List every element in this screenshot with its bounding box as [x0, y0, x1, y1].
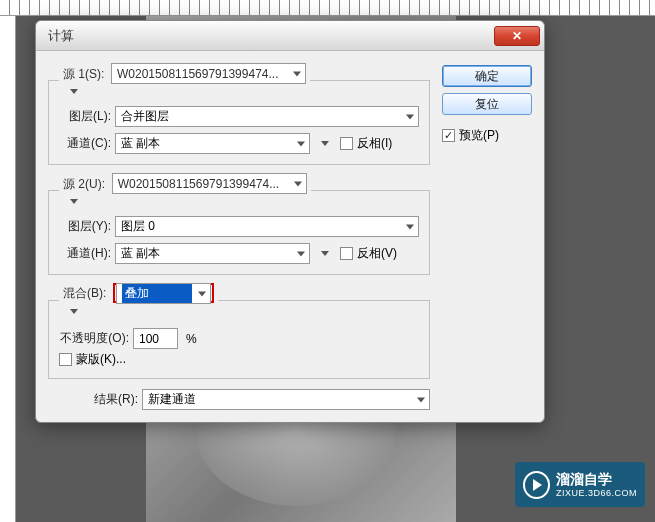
opacity-input[interactable] — [133, 328, 178, 349]
checkbox-icon — [340, 247, 353, 260]
percent-label: % — [186, 332, 197, 346]
blend-group: 混合(B): 叠加 不透明度(O): % 蒙版 — [48, 283, 430, 379]
chevron-down-icon[interactable] — [318, 137, 332, 151]
source1-dropdown[interactable]: W020150811569791399474... — [111, 63, 306, 84]
source1-layer-dropdown[interactable]: 合并图层 — [115, 106, 419, 127]
blend-highlight: 叠加 — [113, 283, 214, 303]
titlebar[interactable]: 计算 ✕ — [36, 21, 544, 51]
source1-group: 源 1(S): W020150811569791399474... 图层(L):… — [48, 63, 430, 165]
source1-channel-label: 通道(C): — [59, 135, 111, 152]
close-button[interactable]: ✕ — [494, 26, 540, 46]
source2-invert-checkbox[interactable]: 反相(V) — [340, 245, 397, 262]
chevron-down-icon[interactable] — [318, 247, 332, 261]
source1-invert-checkbox[interactable]: 反相(I) — [340, 135, 392, 152]
calculations-dialog: 计算 ✕ 源 1(S): W020150811569791399474... 图… — [35, 20, 545, 423]
watermark: 溜溜自学 ZIXUE.3D66.COM — [515, 462, 645, 507]
source2-legend: 源 2(U): W020150811569791399474... — [59, 173, 311, 208]
source1-layer-label: 图层(L): — [59, 108, 111, 125]
reset-button[interactable]: 复位 — [442, 93, 532, 115]
blend-dropdown[interactable]: 叠加 — [116, 283, 211, 304]
watermark-text: 溜溜自学 ZIXUE.3D66.COM — [556, 471, 637, 499]
result-dropdown[interactable]: 新建通道 — [142, 389, 430, 410]
result-label: 结果(R): — [58, 391, 138, 408]
play-icon — [523, 471, 550, 499]
source2-dropdown[interactable]: W020150811569791399474... — [112, 173, 307, 194]
chevron-down-icon[interactable] — [67, 304, 81, 318]
blend-legend: 混合(B): 叠加 — [59, 283, 218, 318]
source1-legend: 源 1(S): W020150811569791399474... — [59, 63, 310, 98]
ruler-horizontal — [0, 0, 655, 16]
dialog-title: 计算 — [48, 27, 74, 45]
checkbox-icon — [442, 129, 455, 142]
opacity-label: 不透明度(O): — [59, 330, 129, 347]
checkbox-icon — [340, 137, 353, 150]
close-icon: ✕ — [512, 29, 522, 43]
source1-channel-dropdown[interactable]: 蓝 副本 — [115, 133, 310, 154]
source2-group: 源 2(U): W020150811569791399474... 图层(Y):… — [48, 173, 430, 275]
chevron-down-icon[interactable] — [67, 84, 81, 98]
preview-checkbox[interactable]: 预览(P) — [442, 127, 532, 144]
source2-layer-dropdown[interactable]: 图层 0 — [115, 216, 419, 237]
source2-channel-dropdown[interactable]: 蓝 副本 — [115, 243, 310, 264]
chevron-down-icon[interactable] — [67, 194, 81, 208]
ok-button[interactable]: 确定 — [442, 65, 532, 87]
checkbox-icon — [59, 353, 72, 366]
source2-channel-label: 通道(H): — [59, 245, 111, 262]
ruler-vertical — [0, 16, 16, 522]
source2-layer-label: 图层(Y): — [59, 218, 111, 235]
mask-checkbox[interactable]: 蒙版(K)... — [59, 351, 126, 368]
